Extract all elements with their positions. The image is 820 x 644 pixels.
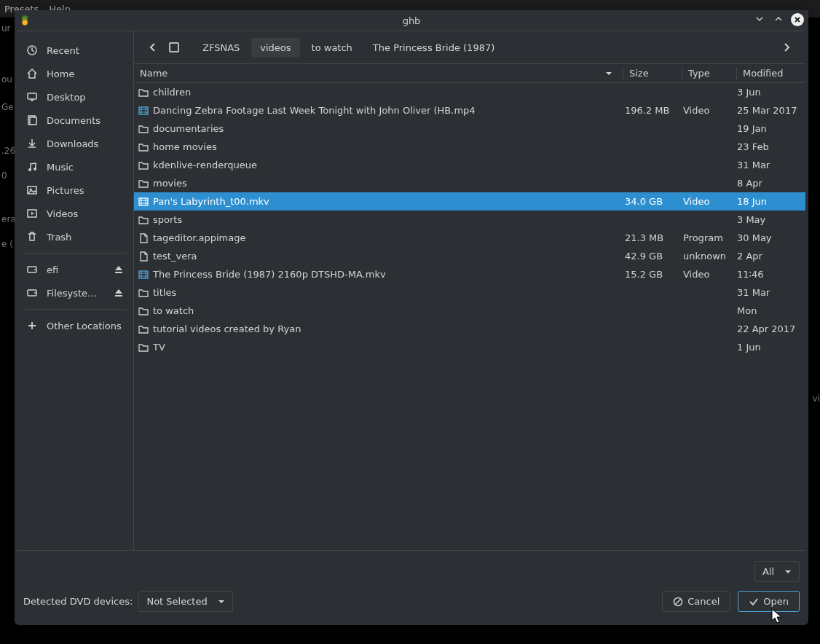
folder-icon — [134, 305, 153, 317]
plus-icon — [26, 320, 38, 331]
sidebar-item-home[interactable]: Home — [17, 62, 133, 85]
file-modified: 8 Apr — [737, 178, 805, 189]
file-chooser-window: 🍍 ghb RecentHomeDesktopDocumentsDownload… — [15, 10, 808, 625]
window-maximize-button[interactable] — [772, 13, 785, 26]
file-row[interactable]: titles31 Mar — [134, 283, 805, 302]
breadcrumb-segment[interactable]: The Princess Bride (1987) — [364, 38, 503, 58]
dvd-devices-selector[interactable]: Not Selected — [138, 591, 232, 612]
file-row[interactable]: sports3 May — [134, 211, 805, 229]
file-modified: 11∶46 — [737, 269, 805, 280]
column-header-modified[interactable]: Modified — [737, 68, 805, 79]
file-row[interactable]: kdenlive-renderqueue31 Mar — [134, 156, 805, 174]
sidebar-item-music[interactable]: Music — [17, 155, 133, 178]
file-name: TV — [153, 342, 625, 353]
nav-back-button[interactable] — [143, 37, 163, 58]
file-modified: 18 Jun — [737, 196, 805, 207]
desktop-icon — [26, 91, 38, 103]
drive-icon — [26, 287, 38, 299]
chevron-down-icon — [784, 569, 792, 575]
file-name: home movies — [153, 141, 625, 152]
file-row[interactable]: Dancing Zebra Footage Last Week Tonight … — [134, 101, 805, 119]
svg-point-4 — [28, 168, 31, 171]
file-row[interactable]: The Princess Bride (1987) 2160p DTSHD-MA… — [134, 265, 805, 283]
sidebar-item-videos[interactable]: Videos — [17, 202, 133, 225]
folder-icon — [134, 342, 153, 353]
sidebar-item-label: Other Locations — [47, 321, 122, 331]
sidebar-item-label: Filesyste… — [47, 288, 97, 299]
column-header-type[interactable]: Type — [682, 68, 736, 79]
sidebar-item-desktop[interactable]: Desktop — [17, 85, 133, 109]
clock-icon — [26, 44, 38, 56]
cancel-button[interactable]: Cancel — [662, 591, 730, 612]
sidebar-mount-efi[interactable]: efi — [17, 258, 133, 281]
file-type: Program — [683, 232, 737, 243]
sort-indicator-icon — [605, 71, 612, 76]
breadcrumb-segment[interactable]: videos — [251, 38, 299, 58]
nav-forward-button[interactable] — [776, 37, 797, 58]
pictures-icon — [26, 184, 38, 196]
window-minimize-button[interactable] — [753, 13, 766, 26]
places-sidebar: RecentHomeDesktopDocumentsDownloadsMusic… — [17, 31, 134, 550]
folder-icon — [134, 214, 153, 226]
file-row[interactable]: Pan's Labyrinth_t00.mkv34.0 GBVideo18 Ju… — [134, 192, 805, 211]
sidebar-mount-filesystem[interactable]: Filesyste… — [17, 281, 133, 305]
open-button[interactable]: Open — [738, 591, 800, 612]
file-modified: 2 Apr — [737, 251, 805, 262]
file-type-filter[interactable]: All — [754, 561, 800, 582]
sidebar-item-downloads[interactable]: Downloads — [17, 132, 133, 155]
file-name: tageditor.appimage — [153, 232, 625, 243]
svg-point-10 — [34, 269, 36, 270]
file-name: titles — [153, 287, 625, 298]
file-row[interactable]: tageditor.appimage21.3 MBProgram30 May — [134, 229, 805, 247]
sidebar-separator — [25, 309, 126, 310]
folder-icon — [134, 178, 153, 189]
drive-root-button[interactable] — [167, 37, 188, 58]
sidebar-item-label: Trash — [47, 232, 71, 243]
file-modified: 22 Apr 2017 — [737, 323, 805, 334]
file-row[interactable]: to watchMon — [134, 302, 805, 320]
file-modified: 31 Mar — [737, 287, 805, 298]
file-row[interactable]: home movies23 Feb — [134, 138, 805, 156]
file-table: Name Size Type Modified children3 JunDan… — [134, 63, 805, 550]
window-close-button[interactable] — [791, 13, 804, 26]
sidebar-item-label: efi — [47, 264, 58, 275]
breadcrumb-segment[interactable]: ZFSNAS — [194, 38, 248, 58]
file-type: Video — [683, 105, 737, 116]
file-name: kdenlive-renderqueue — [153, 160, 625, 170]
folder-icon — [134, 123, 153, 135]
svg-line-17 — [676, 599, 681, 604]
sidebar-other-locations[interactable]: Other Locations — [17, 314, 133, 337]
column-header-name[interactable]: Name — [134, 68, 623, 79]
titlebar[interactable]: 🍍 ghb — [15, 10, 808, 31]
svg-rect-15 — [139, 271, 148, 278]
sidebar-item-label: Music — [47, 162, 74, 173]
file-row[interactable]: tutorial videos created by Ryan22 Apr 20… — [134, 320, 805, 338]
file-name: movies — [153, 178, 625, 189]
file-row[interactable]: TV1 Jun — [134, 338, 805, 356]
file-row[interactable]: movies8 Apr — [134, 174, 805, 192]
file-icon — [134, 251, 153, 262]
sidebar-item-trash[interactable]: Trash — [17, 225, 133, 248]
sidebar-item-recent[interactable]: Recent — [17, 39, 133, 62]
breadcrumb-segment[interactable]: to watch — [303, 38, 361, 58]
sidebar-item-documents[interactable]: Documents — [17, 109, 133, 132]
file-list[interactable]: children3 JunDancing Zebra Footage Last … — [134, 83, 805, 550]
eject-button[interactable] — [113, 264, 125, 275]
sidebar-item-pictures[interactable]: Pictures — [17, 178, 133, 202]
file-row[interactable]: documentaries19 Jan — [134, 119, 805, 138]
drive-icon — [169, 42, 179, 52]
column-header-size[interactable]: Size — [623, 68, 682, 79]
file-size: 15.2 GB — [625, 269, 683, 280]
download-icon — [26, 138, 38, 149]
svg-rect-1 — [28, 93, 36, 99]
file-icon — [134, 232, 153, 244]
window-title: ghb — [403, 15, 421, 26]
file-name: children — [153, 87, 625, 98]
file-name: to watch — [153, 305, 625, 316]
cancel-icon — [673, 597, 683, 607]
eject-button[interactable] — [113, 287, 125, 299]
sidebar-item-label: Videos — [47, 208, 78, 219]
file-row[interactable]: test_vera42.9 GBunknown2 Apr — [134, 247, 805, 265]
video-icon — [134, 105, 153, 117]
file-row[interactable]: children3 Jun — [134, 83, 805, 101]
